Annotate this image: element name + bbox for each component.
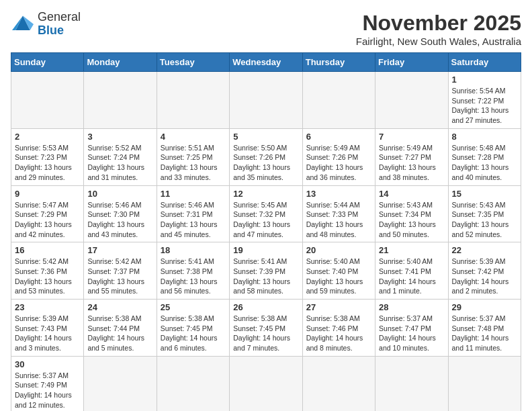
- calendar-cell: [157, 356, 229, 411]
- day-info: Sunrise: 5:45 AM Sunset: 7:32 PM Dayligh…: [233, 200, 298, 240]
- day-number: 11: [161, 189, 226, 199]
- calendar-cell: 8Sunrise: 5:48 AM Sunset: 7:28 PM Daylig…: [448, 128, 521, 185]
- weekday-header-sunday: Sunday: [11, 53, 84, 72]
- calendar-cell: [375, 72, 448, 129]
- day-number: 20: [306, 245, 371, 255]
- day-number: 7: [379, 132, 444, 142]
- calendar-cell: [302, 356, 375, 411]
- calendar-cell: 11Sunrise: 5:46 AM Sunset: 7:31 PM Dayli…: [157, 185, 229, 242]
- calendar-week-row: 23Sunrise: 5:39 AM Sunset: 7:43 PM Dayli…: [11, 300, 521, 357]
- calendar-week-row: 1Sunrise: 5:54 AM Sunset: 7:22 PM Daylig…: [11, 72, 521, 129]
- calendar-cell: 13Sunrise: 5:44 AM Sunset: 7:33 PM Dayli…: [302, 185, 375, 242]
- day-info: Sunrise: 5:53 AM Sunset: 7:23 PM Dayligh…: [15, 143, 80, 183]
- day-info: Sunrise: 5:46 AM Sunset: 7:31 PM Dayligh…: [161, 200, 226, 240]
- day-number: 28: [379, 302, 444, 312]
- calendar-week-row: 2Sunrise: 5:53 AM Sunset: 7:23 PM Daylig…: [11, 128, 521, 185]
- day-number: 24: [87, 302, 152, 312]
- day-number: 27: [306, 302, 371, 312]
- calendar-cell: 24Sunrise: 5:38 AM Sunset: 7:44 PM Dayli…: [84, 300, 157, 357]
- calendar-table: SundayMondayTuesdayWednesdayThursdayFrid…: [11, 52, 521, 411]
- day-info: Sunrise: 5:42 AM Sunset: 7:37 PM Dayligh…: [87, 257, 152, 296]
- calendar-cell: [230, 72, 302, 129]
- calendar-cell: 18Sunrise: 5:41 AM Sunset: 7:38 PM Dayli…: [157, 242, 229, 300]
- day-info: Sunrise: 5:39 AM Sunset: 7:43 PM Dayligh…: [15, 314, 80, 353]
- day-info: Sunrise: 5:38 AM Sunset: 7:45 PM Dayligh…: [233, 314, 298, 353]
- calendar-cell: 16Sunrise: 5:42 AM Sunset: 7:36 PM Dayli…: [11, 242, 84, 300]
- day-number: 21: [379, 245, 444, 255]
- calendar-cell: [84, 72, 157, 129]
- logo-icon: [11, 13, 35, 35]
- day-info: Sunrise: 5:49 AM Sunset: 7:27 PM Dayligh…: [379, 143, 444, 183]
- day-number: 30: [15, 359, 80, 369]
- day-info: Sunrise: 5:37 AM Sunset: 7:48 PM Dayligh…: [452, 314, 517, 353]
- day-info: Sunrise: 5:40 AM Sunset: 7:40 PM Dayligh…: [306, 257, 371, 296]
- calendar-cell: [84, 356, 157, 411]
- calendar-cell: 29Sunrise: 5:37 AM Sunset: 7:48 PM Dayli…: [448, 300, 521, 357]
- day-number: 29: [452, 302, 517, 312]
- calendar-cell: 19Sunrise: 5:41 AM Sunset: 7:39 PM Dayli…: [230, 242, 302, 300]
- calendar-cell: 20Sunrise: 5:40 AM Sunset: 7:40 PM Dayli…: [302, 242, 375, 300]
- day-info: Sunrise: 5:37 AM Sunset: 7:47 PM Dayligh…: [379, 314, 444, 353]
- day-number: 1: [452, 75, 517, 85]
- logo: General Blue: [11, 11, 81, 38]
- day-info: Sunrise: 5:42 AM Sunset: 7:36 PM Dayligh…: [15, 257, 80, 296]
- day-number: 3: [87, 132, 152, 142]
- calendar-cell: [230, 356, 302, 411]
- calendar-cell: [375, 356, 448, 411]
- calendar-cell: [448, 356, 521, 411]
- calendar-cell: 28Sunrise: 5:37 AM Sunset: 7:47 PM Dayli…: [375, 300, 448, 357]
- calendar-cell: 21Sunrise: 5:40 AM Sunset: 7:41 PM Dayli…: [375, 242, 448, 300]
- day-number: 22: [452, 245, 517, 255]
- calendar-cell: 2Sunrise: 5:53 AM Sunset: 7:23 PM Daylig…: [11, 128, 84, 185]
- month-title: November 2025: [356, 11, 521, 36]
- location-subtitle: Fairlight, New South Wales, Australia: [356, 36, 521, 47]
- calendar-cell: 7Sunrise: 5:49 AM Sunset: 7:27 PM Daylig…: [375, 128, 448, 185]
- calendar-week-row: 9Sunrise: 5:47 AM Sunset: 7:29 PM Daylig…: [11, 185, 521, 242]
- calendar-cell: 10Sunrise: 5:46 AM Sunset: 7:30 PM Dayli…: [84, 185, 157, 242]
- day-number: 14: [379, 189, 444, 199]
- weekday-header-thursday: Thursday: [302, 53, 375, 72]
- calendar-cell: 3Sunrise: 5:52 AM Sunset: 7:24 PM Daylig…: [84, 128, 157, 185]
- day-number: 4: [161, 132, 226, 142]
- day-number: 19: [233, 245, 298, 255]
- calendar-cell: 30Sunrise: 5:37 AM Sunset: 7:49 PM Dayli…: [11, 356, 84, 411]
- calendar-cell: 15Sunrise: 5:43 AM Sunset: 7:35 PM Dayli…: [448, 185, 521, 242]
- day-number: 13: [306, 189, 371, 199]
- calendar-cell: 6Sunrise: 5:49 AM Sunset: 7:26 PM Daylig…: [302, 128, 375, 185]
- day-info: Sunrise: 5:44 AM Sunset: 7:33 PM Dayligh…: [306, 200, 371, 240]
- day-info: Sunrise: 5:41 AM Sunset: 7:38 PM Dayligh…: [161, 257, 226, 296]
- day-number: 25: [161, 302, 226, 312]
- calendar-cell: 25Sunrise: 5:38 AM Sunset: 7:45 PM Dayli…: [157, 300, 229, 357]
- logo-text: General Blue: [38, 11, 81, 38]
- page-header: General Blue November 2025 Fairlight, Ne…: [11, 11, 521, 47]
- day-number: 8: [452, 132, 517, 142]
- calendar-cell: [157, 72, 229, 129]
- day-info: Sunrise: 5:39 AM Sunset: 7:42 PM Dayligh…: [452, 257, 517, 296]
- day-number: 10: [87, 189, 152, 199]
- calendar-cell: [11, 72, 84, 129]
- day-number: 16: [15, 245, 80, 255]
- day-number: 2: [15, 132, 80, 142]
- calendar-cell: [302, 72, 375, 129]
- day-number: 18: [161, 245, 226, 255]
- calendar-week-row: 16Sunrise: 5:42 AM Sunset: 7:36 PM Dayli…: [11, 242, 521, 300]
- day-info: Sunrise: 5:43 AM Sunset: 7:35 PM Dayligh…: [452, 200, 517, 240]
- calendar-cell: 17Sunrise: 5:42 AM Sunset: 7:37 PM Dayli…: [84, 242, 157, 300]
- day-info: Sunrise: 5:54 AM Sunset: 7:22 PM Dayligh…: [452, 86, 517, 126]
- day-info: Sunrise: 5:38 AM Sunset: 7:45 PM Dayligh…: [161, 314, 226, 353]
- calendar-cell: 26Sunrise: 5:38 AM Sunset: 7:45 PM Dayli…: [230, 300, 302, 357]
- calendar-cell: 9Sunrise: 5:47 AM Sunset: 7:29 PM Daylig…: [11, 185, 84, 242]
- calendar-cell: 12Sunrise: 5:45 AM Sunset: 7:32 PM Dayli…: [230, 185, 302, 242]
- calendar-week-row: 30Sunrise: 5:37 AM Sunset: 7:49 PM Dayli…: [11, 356, 521, 411]
- day-info: Sunrise: 5:43 AM Sunset: 7:34 PM Dayligh…: [379, 200, 444, 240]
- day-info: Sunrise: 5:40 AM Sunset: 7:41 PM Dayligh…: [379, 257, 444, 296]
- calendar-cell: 27Sunrise: 5:38 AM Sunset: 7:46 PM Dayli…: [302, 300, 375, 357]
- day-info: Sunrise: 5:52 AM Sunset: 7:24 PM Dayligh…: [87, 143, 152, 183]
- day-number: 26: [233, 302, 298, 312]
- calendar-cell: 14Sunrise: 5:43 AM Sunset: 7:34 PM Dayli…: [375, 185, 448, 242]
- day-number: 12: [233, 189, 298, 199]
- day-number: 9: [15, 189, 80, 199]
- weekday-header-row: SundayMondayTuesdayWednesdayThursdayFrid…: [11, 53, 521, 72]
- day-number: 5: [233, 132, 298, 142]
- day-info: Sunrise: 5:47 AM Sunset: 7:29 PM Dayligh…: [15, 200, 80, 240]
